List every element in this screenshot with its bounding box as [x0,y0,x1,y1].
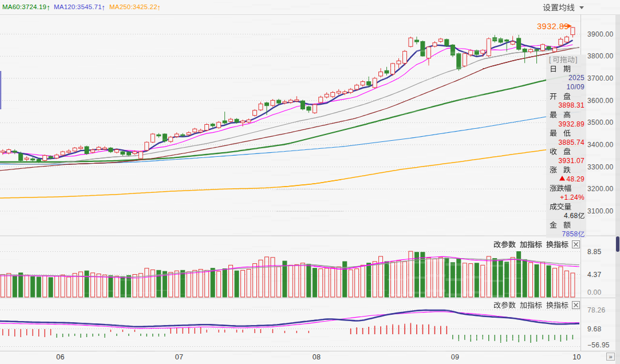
svg-text:3898.31: 3898.31 [559,101,585,109]
svg-text:9.68: 9.68 [587,325,602,333]
svg-text:08: 08 [313,353,321,361]
svg-text:7858: 7858 [562,230,578,238]
svg-text:48.29: 48.29 [566,175,585,183]
svg-text:8.85: 8.85 [587,248,602,256]
svg-text:MA120:3545.71: MA120:3545.71 [54,3,102,10]
svg-text:06: 06 [56,353,65,361]
svg-text:07: 07 [175,353,184,361]
svg-text:10/09: 10/09 [566,83,585,91]
svg-text:]: ] [575,56,577,64]
svg-text:4.68: 4.68 [564,212,578,220]
svg-text:↑: ↑ [157,3,161,12]
svg-text:MA60:3724.19: MA60:3724.19 [2,3,46,10]
svg-text:3100.00: 3100.00 [587,207,614,215]
svg-text:+1.24%: +1.24% [560,193,585,201]
svg-text:↑: ↑ [46,3,50,12]
svg-text:−56.95: −56.95 [587,341,610,349]
svg-text:MA250:3425.22: MA250:3425.22 [109,3,157,10]
